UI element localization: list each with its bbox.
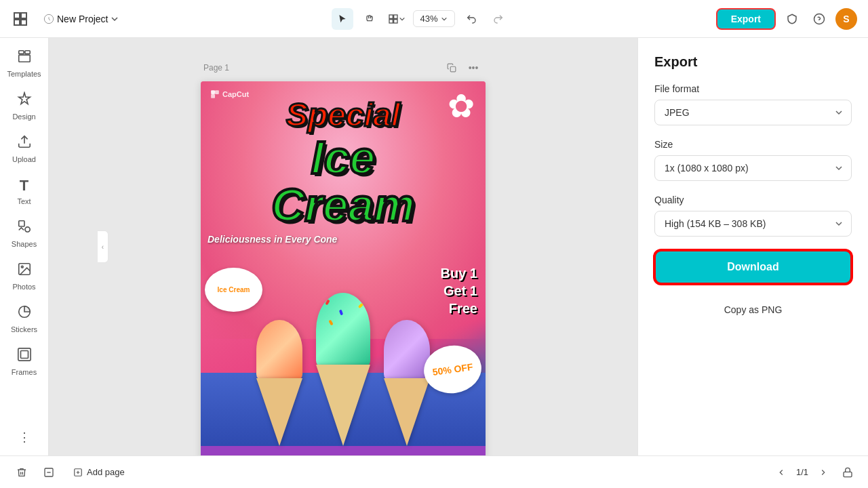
sidebar-collapse-section[interactable]: ⋮ [4,424,45,450]
poster-buy-text: Buy 1 Get 1 Free [441,264,477,317]
layout-tool-button[interactable] [386,8,408,30]
add-page-button[interactable]: Add page [65,463,133,481]
page-indicator: 1/1 [796,467,808,477]
frames-icon [17,347,32,365]
svg-rect-4 [393,19,397,22]
export-button[interactable]: Export [716,8,776,30]
text-icon: T [20,177,28,195]
svg-rect-17 [211,90,215,94]
canvas-poster[interactable]: CapCut ✿ Special Ice Cream Deliciousness… [201,81,486,455]
shield-button[interactable] [781,8,803,30]
page-label: Page 1 [203,63,229,73]
download-button[interactable]: Download [654,250,852,284]
prev-page-button[interactable] [772,463,791,482]
sidebar-item-stickers[interactable]: Stickers [4,299,45,339]
app-logo [11,9,30,28]
svg-point-12 [21,266,23,268]
file-format-group: File format JPEG PNG PDF SVG [654,83,852,125]
copy-png-button[interactable]: Copy as PNG [654,298,852,322]
layout-icon [388,14,399,24]
sidebar-label-design: Design [12,113,35,121]
project-name-button[interactable]: New Project [38,11,124,27]
sidebar-item-templates[interactable]: Templates [4,43,45,83]
canvas-area: ‹ Page 1 ••• CapCut [49,38,637,455]
undo-icon [466,14,477,24]
quality-label: Quality [654,195,852,205]
sidebar-label-stickers: Stickers [11,325,37,333]
sidebar-item-design[interactable]: Design [4,86,45,126]
shapes-icon [17,219,32,237]
sidebar-label-text: Text [17,197,31,205]
svg-point-10 [24,227,29,232]
svg-rect-9 [18,221,24,226]
speech-bubble-left: Ice Cream [205,268,262,312]
poster-background: CapCut ✿ Special Ice Cream Deliciousness… [201,81,486,455]
zoom-button[interactable]: 43% [413,10,455,27]
sidebar: Templates Design Upload T Text Shapes [0,38,49,455]
export-panel-title: Export [654,54,852,70]
delete-page-button[interactable] [38,462,60,483]
sidebar-label-photos: Photos [12,283,35,291]
sidebar-item-shapes[interactable]: Shapes [4,214,45,253]
lock-icon [842,467,853,478]
topbar-right: Export S [716,8,857,30]
bottombar: Add page 1/1 [0,455,868,488]
page-more-button[interactable]: ••• [464,58,483,77]
redo-button[interactable] [488,8,509,30]
export-panel: Export File format JPEG PNG PDF SVG Size… [637,38,868,455]
help-button[interactable] [808,8,830,30]
collapse-icon: ⋮ [18,430,31,445]
poster-text-cream: Cream [201,182,486,228]
size-label: Size [654,139,852,150]
svg-rect-8 [18,55,30,62]
sidebar-label-upload: Upload [12,155,36,163]
svg-point-5 [814,14,825,24]
sidebar-item-frames[interactable]: Frames [4,342,45,382]
templates-icon [17,49,32,67]
design-icon [17,92,32,110]
sidebar-item-photos[interactable]: Photos [4,256,45,296]
svg-rect-22 [844,472,852,476]
user-avatar[interactable]: S [835,8,857,30]
quality-group: Quality High (154 KB – 308 KB) Medium Lo… [654,195,852,237]
project-icon [43,14,54,24]
shield-icon [786,13,798,25]
stickers-icon [17,304,32,323]
page-copy-button[interactable] [442,58,461,77]
main-area: Templates Design Upload T Text Shapes [0,38,868,455]
next-page-button[interactable] [814,463,833,482]
svg-rect-1 [389,15,393,18]
sidebar-label-shapes: Shapes [12,240,37,248]
size-select[interactable]: 1x (1080 x 1080 px) 2x (2160 x 2160 px) … [654,155,852,181]
sidebar-item-upload[interactable]: Upload [4,129,45,169]
svg-rect-3 [389,19,393,22]
svg-rect-7 [24,51,29,54]
help-icon [813,13,825,25]
file-format-select[interactable]: JPEG PNG PDF SVG [654,100,852,125]
sidebar-collapse-handle[interactable]: ‹ [98,230,108,263]
undo-button[interactable] [460,8,482,30]
svg-rect-2 [393,15,397,18]
quality-select[interactable]: High (154 KB – 308 KB) Medium Low [654,211,852,237]
add-page-icon [73,468,83,477]
chevron-down-icon [441,16,448,22]
upload-icon [17,134,32,152]
cursor-icon [337,14,348,24]
zoom-level-label: 43% [420,14,438,24]
select-tool-button[interactable] [332,8,353,30]
sidebar-item-text[interactable]: T Text [4,171,45,211]
file-format-label: File format [654,83,852,94]
sidebar-label-frames: Frames [12,368,37,376]
hand-icon [364,14,375,24]
svg-rect-18 [215,90,219,94]
lock-button[interactable] [838,463,857,482]
add-page-label: Add page [87,467,125,477]
chevron-right-icon [818,468,828,477]
remove-icon [43,467,54,478]
svg-rect-14 [18,348,30,361]
chevron-down-icon [111,15,119,23]
trash-button[interactable] [11,462,33,483]
trash-icon [16,467,27,478]
poster-purple-strip [201,446,486,455]
hand-tool-button[interactable] [359,8,380,30]
